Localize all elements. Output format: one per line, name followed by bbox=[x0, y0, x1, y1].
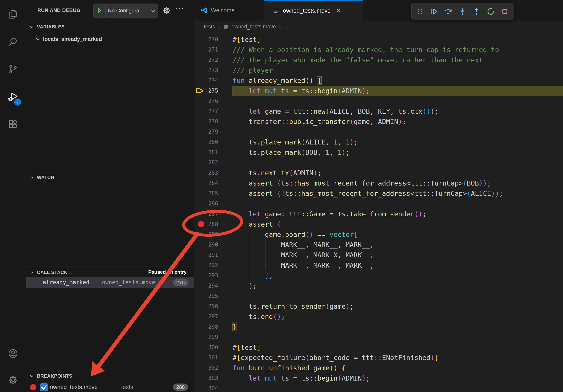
code-text: /// player. bbox=[232, 65, 277, 75]
code-text: let game = ttt::new(ALICE, BOB, KEY, ts.… bbox=[232, 106, 438, 117]
code-text: let game: ttt::Game = ts.take_from_sende… bbox=[232, 209, 426, 219]
chevron-down-icon[interactable] bbox=[36, 37, 40, 41]
code-text: /// the player who made the "false" move… bbox=[232, 55, 483, 65]
line-number: 289 bbox=[194, 229, 218, 240]
code-line-275[interactable]: 275 let mut ts = ts::begin(ADMIN); bbox=[194, 86, 563, 96]
step-over-button[interactable] bbox=[442, 6, 454, 17]
file-lines-icon bbox=[273, 7, 280, 14]
code-line-283[interactable]: 283 ts.next_tx(ADMIN); bbox=[194, 168, 563, 178]
code-line-298[interactable]: 298} bbox=[194, 322, 563, 332]
stop-button[interactable] bbox=[499, 6, 511, 17]
breakpoint-row[interactable]: owned_tests.move tests 288 bbox=[26, 382, 194, 392]
code-line-280[interactable]: 280 ts.place_mark(ALICE, 1, 1); bbox=[194, 137, 563, 147]
code-line-274[interactable]: 274fun already_marked() { bbox=[194, 75, 563, 86]
code-line-285[interactable]: 285 assert!(!ts::has_most_recent_for_add… bbox=[194, 188, 563, 198]
start-debugging-icon[interactable] bbox=[93, 4, 105, 17]
frame-file-name: owned_tests.move bbox=[102, 277, 155, 287]
code-text: game.board() == vector[ bbox=[232, 229, 358, 240]
restart-button[interactable] bbox=[485, 6, 497, 17]
drag-handle-icon[interactable] bbox=[414, 6, 426, 17]
chevron-down-icon[interactable] bbox=[29, 175, 34, 180]
code-line-303[interactable]: 303 let mut ts = ts::begin(ADMIN); bbox=[194, 373, 563, 383]
breakpoint-folder: tests bbox=[121, 382, 133, 392]
code-line-278[interactable]: 278 transfer::public_transfer(game, ADMI… bbox=[194, 117, 563, 127]
code-line-277[interactable]: 277 let game = ttt::new(ALICE, BOB, KEY,… bbox=[194, 106, 563, 117]
activity-item-extensions[interactable] bbox=[0, 114, 26, 135]
code-line-284[interactable]: 284 assert!(ts::has_most_recent_for_addr… bbox=[194, 178, 563, 188]
code-line-291[interactable]: 291 MARK__, MARK_X, MARK__, bbox=[194, 250, 563, 260]
code-text: MARK__, MARK_X, MARK__, bbox=[232, 250, 374, 260]
chevron-down-icon[interactable] bbox=[151, 8, 158, 13]
gear-icon bbox=[8, 374, 19, 385]
code-text: } bbox=[232, 322, 237, 332]
code-line-289[interactable]: 289 game.board() == vector[ bbox=[194, 229, 563, 240]
section-breakpoints[interactable]: BREAKPOINTS bbox=[26, 371, 194, 381]
file-lines-icon bbox=[223, 24, 229, 30]
debug-toolbar bbox=[411, 3, 513, 20]
breadcrumb: tests › owned_tests.move › ... bbox=[194, 21, 563, 33]
chevron-down-icon[interactable] bbox=[29, 374, 34, 378]
code-line-300[interactable]: 300#[test] bbox=[194, 342, 563, 353]
code-line-272[interactable]: 272/// the player who made the "false" m… bbox=[194, 55, 563, 65]
activity-item-explorer[interactable] bbox=[0, 3, 26, 25]
code-line-294[interactable]: 294 ); bbox=[194, 281, 563, 291]
code-line-271[interactable]: 271/// When a position is already marked… bbox=[194, 45, 563, 55]
code-line-290[interactable]: 290 MARK__, MARK__, MARK__, bbox=[194, 240, 563, 250]
line-number: 280 bbox=[194, 137, 218, 147]
continue-button[interactable] bbox=[428, 6, 440, 17]
chevron-down-icon[interactable] bbox=[29, 25, 34, 29]
code-line-281[interactable]: 281 ts.place_mark(BOB, 1, 1); bbox=[194, 147, 563, 157]
code-line-304[interactable]: 304 bbox=[194, 383, 563, 392]
section-watch[interactable]: WATCH bbox=[26, 172, 194, 183]
code-line-286[interactable]: 286 bbox=[194, 198, 563, 209]
activity-item-source-control[interactable] bbox=[0, 58, 26, 80]
line-number: 291 bbox=[194, 250, 218, 260]
code-line-279[interactable]: 279 bbox=[194, 127, 563, 137]
code-line-287[interactable]: 287 let game: ttt::Game = ts.take_from_s… bbox=[194, 209, 563, 219]
code-line-288[interactable]: 288 assert!( bbox=[194, 219, 563, 229]
code-line-295[interactable]: 295 bbox=[194, 291, 563, 301]
activity-item-run-and-debug[interactable]: 1 bbox=[0, 86, 26, 108]
line-number: 274 bbox=[194, 75, 218, 86]
tab-label[interactable]: owned_tests.move bbox=[283, 8, 331, 14]
step-into-button[interactable] bbox=[457, 6, 468, 17]
launch-config-label[interactable]: No Configura bbox=[105, 8, 151, 14]
step-out-button[interactable] bbox=[471, 6, 482, 17]
debug-settings-gear-icon[interactable] bbox=[162, 6, 171, 15]
line-number: 277 bbox=[194, 106, 218, 117]
chevron-down-icon[interactable] bbox=[29, 270, 34, 275]
code-line-301[interactable]: 301#[expected_failure(abort_code = ttt::… bbox=[194, 353, 563, 363]
breadcrumb-folder[interactable]: tests bbox=[204, 24, 215, 30]
code-text: MARK__, MARK__, MARK__, bbox=[232, 240, 374, 250]
code-line-292[interactable]: 292 MARK__, MARK__, MARK__, bbox=[194, 260, 563, 270]
breadcrumb-symbol[interactable]: ... bbox=[284, 24, 289, 30]
code-line-297[interactable]: 297 ts.end(); bbox=[194, 312, 563, 322]
code-line-296[interactable]: 296 ts.return_to_sender(game); bbox=[194, 301, 563, 312]
code-line-299[interactable]: 299 bbox=[194, 332, 563, 342]
sidebar-title: RUN AND DEBUG bbox=[38, 8, 80, 13]
breakpoint-checkbox[interactable] bbox=[40, 383, 48, 391]
close-icon[interactable]: ✕ bbox=[336, 7, 341, 14]
code-editor[interactable]: 270#[test]271/// When a position is alre… bbox=[194, 33, 563, 392]
activity-item-search[interactable] bbox=[0, 31, 26, 53]
line-number: 273 bbox=[194, 65, 218, 75]
tab-welcome[interactable]: Welcome bbox=[194, 0, 264, 21]
breadcrumb-file[interactable]: owned_tests.move bbox=[231, 24, 276, 30]
section-variables[interactable]: VARIABLES bbox=[26, 22, 194, 32]
code-line-302[interactable]: 302fun burn_unfinished_game() { bbox=[194, 363, 563, 373]
code-line-293[interactable]: 293 ], bbox=[194, 270, 563, 281]
code-line-273[interactable]: 273/// player. bbox=[194, 65, 563, 75]
launch-config-dropdown[interactable]: No Configura bbox=[93, 3, 158, 18]
code-line-276[interactable]: 276 bbox=[194, 96, 563, 106]
variables-scope-row[interactable]: locals: already_marked bbox=[26, 34, 194, 44]
code-line-282[interactable]: 282 bbox=[194, 157, 563, 168]
activity-item-accounts[interactable] bbox=[0, 342, 26, 364]
code-text: #[test] bbox=[232, 342, 261, 353]
tab-label[interactable]: Welcome bbox=[211, 7, 235, 14]
line-number: 304 bbox=[194, 383, 218, 392]
activity-item-settings[interactable] bbox=[0, 369, 26, 391]
call-stack-frame-row[interactable]: already_marked owned_tests.move 275 bbox=[26, 277, 194, 287]
tab-owned-tests-move[interactable]: owned_tests.move ✕ bbox=[264, 0, 363, 21]
code-line-270[interactable]: 270#[test] bbox=[194, 34, 563, 45]
more-actions-icon[interactable]: ··· bbox=[175, 4, 184, 13]
